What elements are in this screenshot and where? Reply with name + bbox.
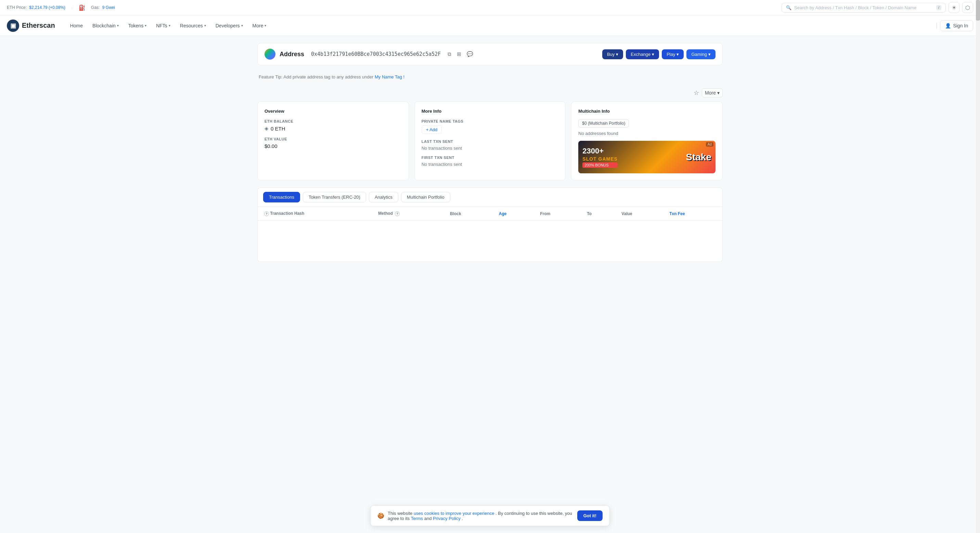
multichain-card: Multichain Info $0 (Multichain Portfolio… — [571, 101, 723, 180]
more-bar-chevron: ▾ — [717, 90, 720, 96]
nav-blockchain[interactable]: Blockchain ▾ — [88, 20, 123, 31]
nav-tokens[interactable]: Tokens ▾ — [124, 20, 151, 31]
tabs-header: Transactions Token Transfers (ERC-20) An… — [258, 188, 722, 207]
add-tag-button[interactable]: + Add — [422, 125, 442, 134]
ad-banner[interactable]: Ad 2300+ SLOT GAMES 200% BONUS Stake — [578, 141, 716, 173]
scrollbar[interactable] — [976, 0, 980, 269]
nav-right: | 👤 Sign In — [936, 20, 973, 31]
more-dropdown-button[interactable]: More ▾ — [702, 88, 723, 97]
top-bar-icons: ☀ ⬡ — [948, 2, 973, 13]
buy-chevron: ▾ — [616, 52, 618, 57]
nav-links: Home Blockchain ▾ Tokens ▾ NFTs ▾ Resour… — [66, 20, 270, 31]
table-container: ? Transaction Hash Method ? Block Age Fr… — [258, 207, 722, 262]
tab-multichain-portfolio[interactable]: Multichain Portfolio — [401, 192, 450, 203]
ethereum-icon-btn[interactable]: ⬡ — [962, 2, 973, 13]
nav-developers[interactable]: Developers ▾ — [212, 20, 247, 31]
col-block: Block — [444, 207, 493, 220]
nav-nfts[interactable]: NFTs ▾ — [152, 20, 175, 31]
eth-usd-value: $0.00 — [264, 143, 402, 149]
navbar: ▣ Etherscan Home Blockchain ▾ Tokens ▾ N… — [0, 15, 980, 36]
tokens-chevron: ▾ — [145, 24, 146, 27]
tab-token-transfers[interactable]: Token Transfers (ERC-20) — [303, 192, 366, 203]
tab-transactions[interactable]: Transactions — [263, 192, 300, 203]
theme-toggle-btn[interactable]: ☀ — [948, 2, 959, 13]
eth-price: ETH Price: $2,214.79 (+0.08%) — [7, 5, 65, 10]
multichain-badge: $0 (Multichain Portfolio) — [578, 119, 629, 128]
transactions-table: ? Transaction Hash Method ? Block Age Fr… — [258, 207, 722, 262]
blockchain-chevron: ▾ — [117, 24, 119, 27]
table-header-row: ? Transaction Hash Method ? Block Age Fr… — [258, 207, 722, 220]
tabs-container: Transactions Token Transfers (ERC-20) An… — [257, 187, 723, 262]
name-tag-area: + Add — [422, 125, 559, 134]
first-txn-field: FIRST TXN SENT No transactions sent — [422, 155, 559, 167]
more-star-bar: ☆ More ▾ — [257, 88, 723, 97]
buy-button[interactable]: Buy ▾ — [602, 49, 623, 59]
col-from: From — [535, 207, 581, 220]
qr-code-btn[interactable]: ⊞ — [455, 50, 463, 58]
gas-info: Gas: 9 Gwei — [91, 5, 115, 10]
logo-icon: ▣ — [7, 19, 19, 32]
empty-table-message — [258, 220, 722, 262]
search-bar[interactable]: 🔍 Search by Address / Txn Hash / Block /… — [781, 3, 946, 13]
last-txn-field: LAST TXN SENT No transactions sent — [422, 139, 559, 151]
user-icon: 👤 — [945, 23, 951, 29]
search-icon: 🔍 — [786, 5, 791, 10]
more-info-card: More Info PRIVATE NAME TAGS + Add LAST T… — [414, 101, 566, 180]
address-avatar — [264, 49, 275, 60]
gaming-chevron: ▾ — [708, 52, 711, 57]
col-value: Value — [616, 207, 664, 220]
col-to: To — [581, 207, 616, 220]
exchange-button[interactable]: Exchange ▾ — [626, 49, 659, 59]
main-content: Address 0x4b13f21791e60BBce7003c4315ec96… — [250, 36, 730, 269]
nav-resources[interactable]: Resources ▾ — [176, 20, 210, 31]
overview-card: Overview ETH BALANCE ◈ 0 ETH ETH VALUE $… — [257, 101, 409, 180]
sign-in-button[interactable]: 👤 Sign In — [940, 20, 973, 31]
resources-chevron: ▾ — [204, 24, 206, 27]
address-action-buttons: Buy ▾ Exchange ▾ Play ▾ Gaming ▾ — [602, 49, 716, 59]
comment-btn[interactable]: 💬 — [465, 50, 475, 58]
play-chevron: ▾ — [676, 52, 679, 57]
copy-address-btn[interactable]: ⧉ — [446, 50, 453, 58]
address-header: Address 0x4b13f21791e60BBce7003c4315ec96… — [257, 43, 723, 65]
eth-diamond-icon: ◈ — [264, 125, 269, 132]
slash-badge: / — [936, 5, 941, 10]
top-bar: ETH Price: $2,214.79 (+0.08%) ⬦ ⛽ Gas: 9… — [0, 0, 980, 15]
gaming-button[interactable]: Gaming ▾ — [686, 49, 716, 59]
my-name-tag-link[interactable]: My Name Tag ! — [375, 74, 404, 80]
col-age[interactable]: Age — [493, 207, 535, 220]
gas-icon: ⛽ — [79, 5, 86, 11]
more-chevron: ▾ — [264, 24, 266, 27]
col-method: Method ? — [372, 207, 444, 220]
tab-analytics[interactable]: Analytics — [369, 192, 398, 203]
col-txhash: ? Transaction Hash — [258, 207, 372, 220]
logo[interactable]: ▣ Etherscan — [7, 19, 55, 32]
cards-grid: Overview ETH BALANCE ◈ 0 ETH ETH VALUE $… — [257, 101, 723, 180]
developers-chevron: ▾ — [241, 24, 243, 27]
nfts-chevron: ▾ — [169, 24, 170, 27]
col-txnfee: Txn Fee — [664, 207, 722, 220]
nav-home[interactable]: Home — [66, 20, 87, 31]
star-button[interactable]: ☆ — [694, 89, 699, 97]
eth-balance-value: ◈ 0 ETH — [264, 125, 402, 132]
exchange-chevron: ▾ — [652, 52, 654, 57]
help-icon[interactable]: ? — [264, 211, 269, 216]
scrollbar-thumb[interactable] — [976, 0, 980, 21]
top-bar-right: 🔍 Search by Address / Txn Hash / Block /… — [781, 2, 973, 13]
address-actions: ⧉ ⊞ 💬 — [446, 50, 475, 58]
method-help-icon[interactable]: ? — [395, 211, 400, 216]
feature-tip: Feature Tip: Add private address tag to … — [257, 71, 723, 83]
play-button[interactable]: Play ▾ — [662, 49, 684, 59]
nav-more[interactable]: More ▾ — [248, 20, 270, 31]
